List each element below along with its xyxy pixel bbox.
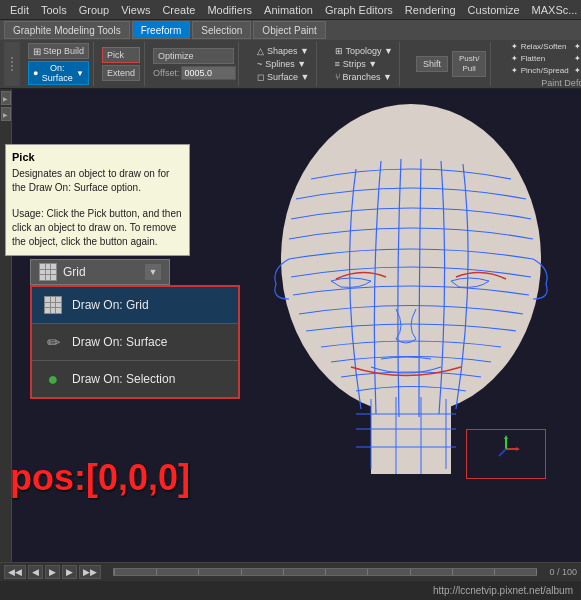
push-pull-button[interactable]: Push/Pull [452, 51, 486, 76]
svg-point-0 [281, 104, 541, 414]
strips-button[interactable]: ≡ Strips ▼ [333, 58, 395, 70]
menu-create[interactable]: Create [156, 2, 201, 18]
pick-button[interactable]: Pick [102, 47, 140, 63]
tooltip-popup: Pick Designates an object to draw on for… [5, 144, 190, 256]
branches-icon: ⑂ [335, 72, 340, 82]
draw-on-selection-label: Draw On: Selection [72, 372, 175, 386]
draw-on-surface-label: Draw On: Surface [72, 335, 167, 349]
tooltip-text-2: Usage: Click the Pick button, and then c… [12, 207, 183, 249]
strips-icon: ≡ [335, 59, 340, 69]
url-label: http://lccnetvip.pixnet.net/album [433, 585, 573, 596]
pinch-spread-button[interactable]: ✦ Pinch/Spread [509, 65, 570, 76]
step-build-group: ⊞ Step Build ● On: Surface ▼ [24, 42, 94, 86]
menu-animation[interactable]: Animation [258, 2, 319, 18]
tab-graphite-modeling[interactable]: Graphite Modeling Tools [4, 21, 130, 39]
3d-head-render [241, 99, 561, 479]
transform-gizmo [491, 434, 521, 464]
dropdown-menu: Draw On: Grid ✏ Draw On: Surface ● Draw … [30, 285, 240, 399]
toolbar-buttons-row: ⊞ Step Build ● On: Surface ▼ Pick Extend [0, 40, 581, 88]
svg-marker-5 [504, 435, 508, 439]
dropdown-container: Grid ▼ Draw On: Grid ✏ Draw On: Surface [30, 259, 240, 399]
menu-views[interactable]: Views [115, 2, 156, 18]
shift-pushpull-group: Shift Push/Pull [412, 42, 491, 86]
menu-rendering[interactable]: Rendering [399, 2, 462, 18]
tab-object-paint[interactable]: Object Paint [253, 21, 325, 39]
drag-dots-icon [11, 57, 13, 71]
topology-button[interactable]: ⊞ Topology ▼ [333, 45, 395, 57]
surface-icon: ◻ [257, 72, 264, 82]
svg-marker-3 [516, 447, 520, 451]
toolbar-area: Graphite Modeling Tools Freeform Selecti… [0, 20, 581, 89]
splines-icon: ~ [257, 59, 262, 69]
menu-group[interactable]: Group [73, 2, 116, 18]
shift-button[interactable]: Shift [416, 56, 448, 72]
draw-on-grid-icon [42, 294, 64, 316]
grid-header-icon [39, 263, 57, 281]
status-bar-bottom: http://lccnetvip.pixnet.net/album [0, 581, 581, 600]
paint-deform-group: ✦ Relax/Soften ✦ Smudge ✦ Flatten ✦ Nois… [503, 42, 581, 86]
step-build-button[interactable]: ⊞ Step Build [28, 43, 89, 59]
tooltip-text-1: Designates an object to draw on for the … [12, 167, 183, 195]
offset-input[interactable] [181, 66, 236, 80]
status-bar-top: ◀◀ ◀ ▶ ▶ ▶▶ 0 / 100 [0, 563, 581, 581]
optimize-button[interactable]: Optimize [153, 48, 234, 64]
noise-button[interactable]: ✦ Noise [572, 53, 581, 64]
menu-tools[interactable]: Tools [35, 2, 73, 18]
prev-frame-button[interactable]: ◀ [28, 565, 43, 579]
menu-edit[interactable]: Edit [4, 2, 35, 18]
paint-deform-label: Paint Deform [509, 78, 581, 88]
tab-freeform[interactable]: Freeform [132, 21, 191, 39]
dropdown-arrow-icon: ▼ [145, 264, 161, 280]
shapes-icon: △ [257, 46, 264, 56]
play-forward-button[interactable]: ▶▶ [79, 565, 101, 579]
pick-extend-group: Pick Extend [98, 42, 145, 86]
surface-button[interactable]: ◻ Surface ▼ [255, 71, 311, 83]
timeline-area[interactable] [109, 568, 541, 576]
drag-handle[interactable] [4, 42, 20, 86]
flatten-button[interactable]: ✦ Flatten [509, 53, 570, 64]
shapes-button[interactable]: △ Shapes ▼ [255, 45, 311, 57]
menu-bar: Edit Tools Group Views Create Modifiers … [0, 0, 581, 20]
smudge-button[interactable]: ✦ Smudge [572, 41, 581, 52]
chevron-down-icon: ▼ [76, 69, 84, 78]
relax-soften-button[interactable]: ✦ Relax/Soften [509, 41, 570, 52]
play-button[interactable]: ▶ [45, 565, 60, 579]
menu-modifiers[interactable]: Modifiers [201, 2, 258, 18]
dropdown-item-grid[interactable]: Draw On: Grid [32, 287, 238, 324]
draw-on-selection-icon: ● [42, 368, 64, 390]
frame-display: 0 / 100 [549, 567, 577, 577]
wireframe-svg [241, 99, 561, 479]
topology-group: ⊞ Topology ▼ ≡ Strips ▼ ⑂ Branches ▼ [329, 42, 400, 86]
timeline-bar[interactable] [113, 568, 537, 576]
position-text: pos:[0,0,0] [10, 457, 190, 499]
draw-on-grid-label: Draw On: Grid [72, 298, 149, 312]
tooltip-title: Pick [12, 151, 183, 163]
optimize-group: Optimize Offset: [149, 42, 239, 86]
step-build-icon: ⊞ [33, 46, 41, 57]
menu-graph-editors[interactable]: Graph Editors [319, 2, 399, 18]
extend-button[interactable]: Extend [102, 65, 140, 81]
splines-button[interactable]: ~ Splines ▼ [255, 58, 311, 70]
on-surface-button[interactable]: ● On: Surface ▼ [28, 61, 89, 85]
play-back-button[interactable]: ◀◀ [4, 565, 26, 579]
toolbar-tabs: Graphite Modeling Tools Freeform Selecti… [0, 20, 581, 40]
tab-selection[interactable]: Selection [192, 21, 251, 39]
offset-label: Offset: [153, 68, 179, 78]
sidebar-btn-1[interactable]: ▶ [1, 91, 11, 105]
viewport[interactable]: ▶ ▶ [0, 89, 581, 579]
dropdown-item-surface[interactable]: ✏ Draw On: Surface [32, 324, 238, 361]
menu-maxscript[interactable]: MAXSc... [526, 2, 581, 18]
on-surface-icon: ● [33, 68, 38, 78]
branches-button[interactable]: ⑂ Branches ▼ [333, 71, 395, 83]
sidebar-btn-2[interactable]: ▶ [1, 107, 11, 121]
status-bar: ◀◀ ◀ ▶ ▶ ▶▶ 0 / 100 http://lccnetv [0, 562, 581, 600]
menu-customize[interactable]: Customize [462, 2, 526, 18]
next-frame-button[interactable]: ▶ [62, 565, 77, 579]
shapes-splines-group: △ Shapes ▼ ~ Splines ▼ ◻ Surface ▼ [251, 42, 316, 86]
topology-icon: ⊞ [335, 46, 343, 56]
dropdown-header-label: Grid [63, 265, 86, 279]
dropdown-header[interactable]: Grid ▼ [30, 259, 170, 285]
svg-line-6 [499, 449, 506, 456]
exaggerate-button[interactable]: ✦ Exaggerate [572, 65, 581, 76]
dropdown-item-selection[interactable]: ● Draw On: Selection [32, 361, 238, 397]
